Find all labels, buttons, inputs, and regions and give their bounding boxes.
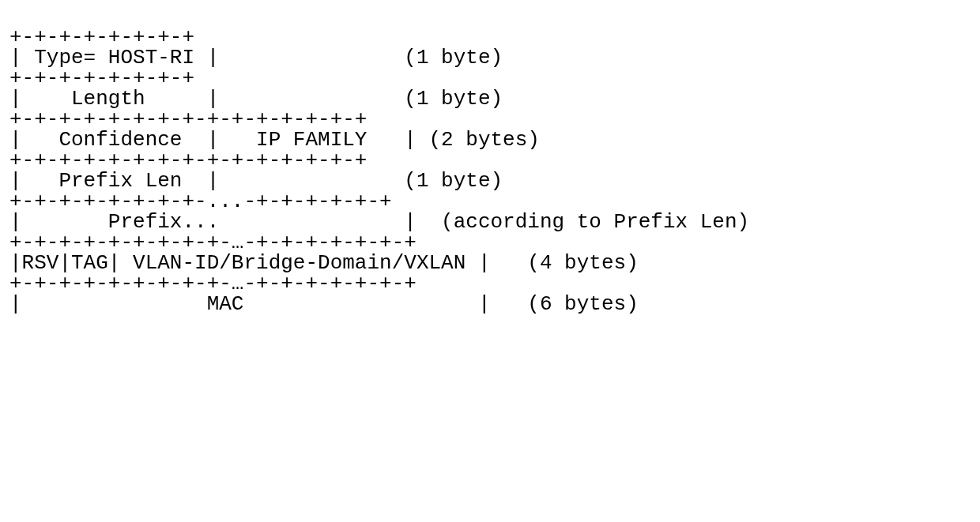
diagram-line: | MAC | (6 bytes) xyxy=(9,292,639,316)
packet-format-diagram: +-+-+-+-+-+-+-+ | Type= HOST-RI | (1 byt… xyxy=(0,0,980,321)
